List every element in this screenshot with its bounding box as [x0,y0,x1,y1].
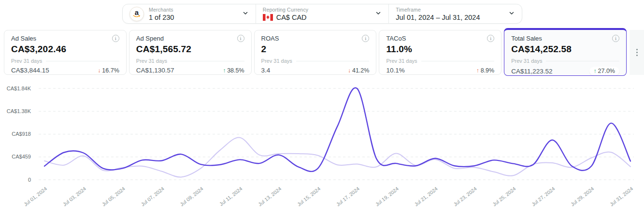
card-value: CA$1,565.72 [136,44,244,55]
x-axis-tick-label: Jul 11, 2024 [218,186,243,207]
card-title: Total Sales [511,35,542,42]
x-axis-tick-label: Jul 15, 2024 [296,186,322,207]
x-axis-tick-label: Jul 17, 2024 [335,186,361,207]
sales-line-chart[interactable]: CA$1.84KCA$1.38KCA$918CA$4590Jul 01, 202… [0,75,644,216]
delta-badge: ↑38.5% [223,67,244,74]
x-axis-tick-label: Jul 25, 2024 [491,186,517,207]
y-axis-tick-label: CA$1.84K [7,86,31,91]
prev-value: 10.1% [386,67,404,74]
card-title: Ad Spend [136,35,164,42]
prev-period-label: Prev 31 days [386,58,417,64]
prev-value: CA$1,130.57 [136,67,174,74]
x-axis-tick-label: Jul 01, 2024 [23,186,48,207]
x-axis-tick-label: Jul 31, 2024 [609,186,634,207]
info-icon[interactable]: i [487,35,494,42]
chevron-down-icon [242,10,249,18]
x-axis-tick-label: Jul 03, 2024 [62,186,87,207]
arrow-icon: ↑ [476,67,479,74]
prev-period-label: Prev 31 days [511,58,542,64]
x-axis-tick-label: Jul 21, 2024 [413,186,439,207]
info-icon[interactable]: i [237,35,244,42]
arrow-icon: ↓ [98,67,100,74]
card-value: 2 [261,44,370,55]
card-roas[interactable]: ROAS i 2 Prev 31 days 3.4 ↓41.2% [254,30,377,75]
delta-badge: ↑8.9% [476,67,495,74]
chevron-down-icon [375,10,382,18]
delta-percent: 16.7% [102,67,119,74]
arrow-icon: ↑ [594,68,597,74]
canada-flag-icon [263,14,273,21]
card-ad-sales[interactable]: Ad Sales i CA$3,202.46 Prev 31 days CA$3… [4,30,127,75]
card-value: CA$3,202.46 [11,44,119,55]
delta-percent: 8.9% [481,67,495,74]
currency-value: CA$ CAD [276,14,307,21]
info-icon[interactable]: i [612,35,619,42]
timeframe-label: Timeframe [396,7,480,13]
timeframe-value: Jul 01, 2024 – Jul 31, 2024 [396,14,480,21]
x-axis-tick-label: Jul 09, 2024 [179,186,204,207]
currency-label: Reporting Currency [263,7,309,13]
amazon-icon: a [129,7,144,21]
x-axis-tick-label: Jul 05, 2024 [100,186,126,207]
kpi-cards-row: Ad Sales i CA$3,202.46 Prev 31 days CA$3… [4,30,627,76]
prev-value: CA$11,223.52 [511,68,552,75]
timeframe-dropdown[interactable]: Timeframe Jul 01, 2024 – Jul 31, 2024 [388,4,522,23]
x-axis-tick-label: Jul 13, 2024 [257,186,283,207]
cards-overflow-menu[interactable] [630,30,644,75]
delta-badge: ↑27.0% [589,67,619,75]
prev-period-label: Prev 31 days [136,58,167,64]
y-axis-tick-label: 0 [28,177,31,183]
currency-dropdown[interactable]: Reporting Currency CA$ CAD [256,4,389,23]
info-icon[interactable]: i [362,35,369,42]
delta-percent: 27.0% [598,68,615,74]
merchants-dropdown[interactable]: a Merchants 1 of 230 [123,4,256,23]
prev-value: CA$3,844.15 [11,67,49,74]
delta-badge: ↓16.7% [98,67,119,74]
y-axis-tick-label: CA$459 [12,154,31,159]
divider [546,61,619,61]
prev-period-label: Prev 31 days [261,58,292,64]
card-tacos[interactable]: TACoS i 11.0% Prev 31 days 10.1% ↑8.9% [379,30,501,75]
divider [421,61,495,61]
arrow-icon: ↑ [223,67,226,74]
card-total-sales[interactable]: Total Sales i CA$14,252.58 Prev 31 days … [504,28,627,76]
delta-badge: ↓41.2% [348,67,369,74]
y-axis-tick-label: CA$1.38K [7,108,31,114]
chevron-down-icon [508,10,515,18]
prev-value: 3.4 [261,67,271,74]
x-axis-tick-label: Jul 27, 2024 [530,186,556,207]
divider [46,61,119,61]
delta-percent: 41.2% [352,67,369,74]
x-axis-tick-label: Jul 19, 2024 [374,186,400,207]
previous-period-line [44,138,630,177]
y-axis-tick-label: CA$918 [12,131,31,137]
card-value: 11.0% [386,44,494,55]
x-axis-tick-label: Jul 29, 2024 [570,186,595,207]
arrow-icon: ↓ [348,67,351,74]
x-axis-tick-label: Jul 23, 2024 [452,186,478,207]
card-title: ROAS [261,35,279,42]
card-ad-spend[interactable]: Ad Spend i CA$1,565.72 Prev 31 days CA$1… [129,30,252,75]
x-axis-tick-label: Jul 07, 2024 [140,186,165,207]
kebab-icon [636,49,638,56]
merchants-value: 1 of 230 [149,14,174,21]
filter-bar: a Merchants 1 of 230 Reporting Currency [122,4,522,24]
card-title: Ad Sales [11,35,36,42]
divider [296,61,370,61]
delta-percent: 38.5% [227,67,244,74]
divider [171,61,244,61]
card-title: TACoS [386,35,406,42]
prev-period-label: Prev 31 days [11,58,42,64]
info-icon[interactable]: i [112,35,119,42]
card-value: CA$14,252.58 [511,44,619,55]
current-period-line [44,88,630,172]
merchants-label: Merchants [149,7,174,13]
